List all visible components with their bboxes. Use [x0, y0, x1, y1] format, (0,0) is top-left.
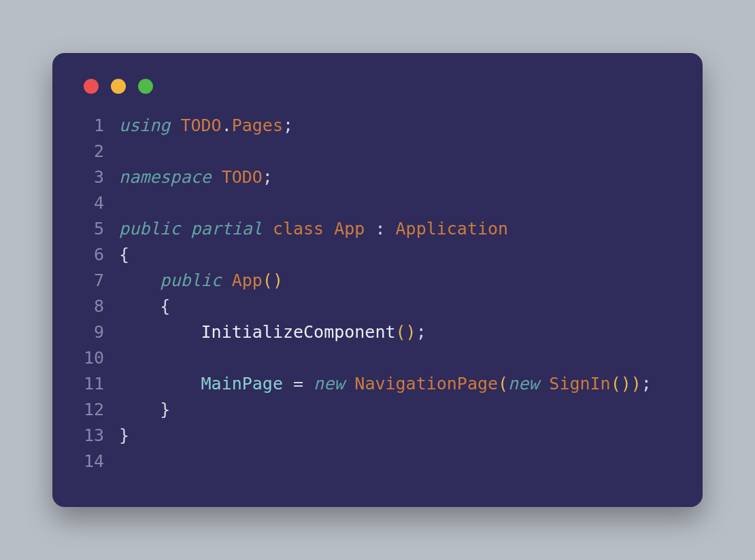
- code-editor: 1 2 3 4 5 6 7 8 9 10 11 12 13 14 using T…: [84, 113, 671, 474]
- code-token: {: [119, 245, 129, 264]
- code-token: App: [334, 219, 365, 239]
- code-token: Pages: [232, 116, 283, 135]
- code-token: SignIn: [549, 374, 610, 393]
- code-token: (): [396, 322, 416, 342]
- code-token: ()): [611, 374, 641, 393]
- code-token: [119, 374, 201, 393]
- code-token: TODO: [222, 167, 263, 187]
- code-token: new: [314, 374, 344, 393]
- code-token: new: [508, 374, 539, 393]
- code-token: (): [263, 270, 283, 290]
- code-token: MainPage: [201, 374, 283, 393]
- close-icon[interactable]: [84, 79, 99, 94]
- code-token: [324, 219, 334, 239]
- code-token: Application: [396, 219, 509, 239]
- code-token: ;: [263, 167, 273, 187]
- code-token: [263, 219, 273, 239]
- code-token: public: [119, 219, 180, 239]
- code-token: public: [160, 270, 221, 290]
- code-token: [119, 322, 201, 342]
- code-token: using: [119, 116, 170, 135]
- source-code[interactable]: using TODO.Pages; namespace TODO; public…: [119, 113, 652, 474]
- code-token: NavigationPage: [354, 374, 498, 393]
- code-window: 1 2 3 4 5 6 7 8 9 10 11 12 13 14 using T…: [52, 53, 703, 507]
- code-token: =: [283, 374, 314, 393]
- code-token: [180, 219, 190, 239]
- traffic-lights: [84, 79, 671, 94]
- code-token: ;: [283, 116, 293, 135]
- maximize-icon[interactable]: [138, 79, 153, 94]
- code-token: [170, 116, 180, 135]
- code-token: [344, 374, 354, 393]
- code-token: }: [119, 425, 129, 445]
- code-token: class: [273, 219, 324, 239]
- code-token: (: [498, 374, 508, 393]
- code-token: .: [222, 116, 232, 135]
- minimize-icon[interactable]: [111, 79, 126, 94]
- code-token: [119, 270, 160, 290]
- code-token: App: [232, 270, 263, 290]
- line-number-gutter: 1 2 3 4 5 6 7 8 9 10 11 12 13 14: [84, 113, 104, 474]
- code-token: {: [119, 296, 170, 316]
- code-token: :: [365, 219, 395, 239]
- code-token: namespace: [119, 167, 211, 187]
- code-token: partial: [190, 219, 262, 239]
- code-token: [212, 167, 222, 187]
- code-token: }: [119, 400, 170, 419]
- code-token: ;: [416, 322, 426, 342]
- code-token: TODO: [180, 116, 221, 135]
- code-token: [539, 374, 549, 393]
- code-token: ;: [641, 374, 652, 393]
- code-token: InitializeComponent: [201, 322, 396, 342]
- code-token: [222, 270, 232, 290]
